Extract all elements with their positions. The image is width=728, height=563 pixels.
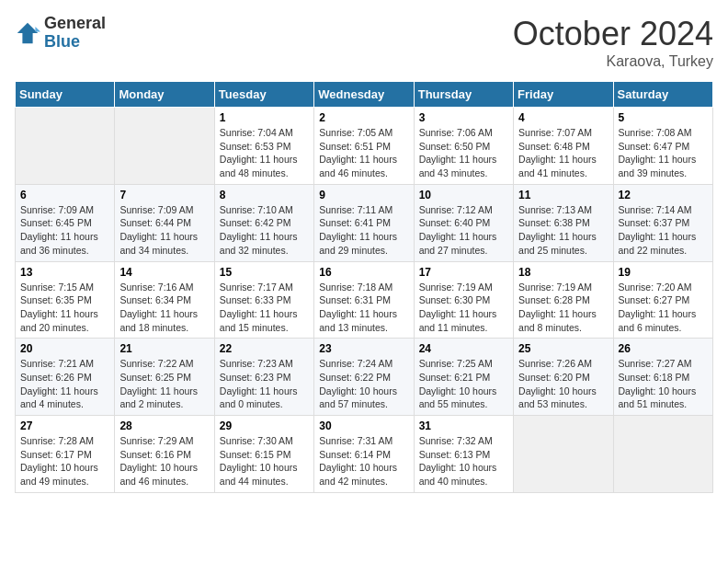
day-info: Sunrise: 7:12 AM Sunset: 6:40 PM Dayligh… bbox=[419, 203, 508, 258]
calendar-cell: 12Sunrise: 7:14 AM Sunset: 6:37 PM Dayli… bbox=[613, 184, 712, 261]
calendar-cell: 18Sunrise: 7:19 AM Sunset: 6:28 PM Dayli… bbox=[514, 261, 613, 339]
day-info: Sunrise: 7:09 AM Sunset: 6:45 PM Dayligh… bbox=[20, 203, 109, 258]
day-number: 30 bbox=[319, 419, 408, 432]
day-number: 18 bbox=[518, 266, 608, 279]
calendar-cell bbox=[514, 416, 613, 493]
day-number: 28 bbox=[119, 419, 209, 432]
calendar-cell: 6Sunrise: 7:09 AM Sunset: 6:45 PM Daylig… bbox=[16, 184, 115, 261]
day-number: 15 bbox=[220, 266, 309, 279]
day-number: 14 bbox=[119, 266, 209, 279]
calendar-header: SundayMondayTuesdayWednesdayThursdayFrid… bbox=[16, 82, 713, 108]
calendar-cell: 8Sunrise: 7:10 AM Sunset: 6:42 PM Daylig… bbox=[214, 184, 313, 261]
day-number: 10 bbox=[419, 189, 508, 201]
day-number: 2 bbox=[319, 111, 408, 124]
day-info: Sunrise: 7:19 AM Sunset: 6:28 PM Dayligh… bbox=[518, 281, 608, 335]
calendar-cell: 16Sunrise: 7:18 AM Sunset: 6:31 PM Dayli… bbox=[314, 261, 414, 339]
day-info: Sunrise: 7:19 AM Sunset: 6:30 PM Dayligh… bbox=[419, 281, 508, 335]
day-info: Sunrise: 7:15 AM Sunset: 6:35 PM Dayligh… bbox=[20, 281, 109, 335]
day-number: 13 bbox=[20, 266, 109, 279]
calendar-week-3: 13Sunrise: 7:15 AM Sunset: 6:35 PM Dayli… bbox=[16, 261, 713, 339]
day-info: Sunrise: 7:17 AM Sunset: 6:33 PM Dayligh… bbox=[220, 281, 309, 335]
calendar-cell: 14Sunrise: 7:16 AM Sunset: 6:34 PM Dayli… bbox=[115, 261, 214, 339]
calendar-cell bbox=[613, 416, 712, 493]
calendar-week-5: 27Sunrise: 7:28 AM Sunset: 6:17 PM Dayli… bbox=[16, 416, 713, 493]
calendar-cell: 5Sunrise: 7:08 AM Sunset: 6:47 PM Daylig… bbox=[613, 108, 712, 185]
calendar-cell: 26Sunrise: 7:27 AM Sunset: 6:18 PM Dayli… bbox=[613, 339, 712, 416]
day-header-monday: Monday bbox=[115, 82, 214, 108]
day-number: 5 bbox=[619, 111, 708, 124]
calendar-cell: 19Sunrise: 7:20 AM Sunset: 6:27 PM Dayli… bbox=[613, 261, 712, 339]
calendar-cell: 27Sunrise: 7:28 AM Sunset: 6:17 PM Dayli… bbox=[16, 416, 115, 493]
calendar-week-1: 1Sunrise: 7:04 AM Sunset: 6:53 PM Daylig… bbox=[16, 108, 713, 185]
day-number: 31 bbox=[419, 419, 508, 432]
logo-icon bbox=[15, 20, 40, 46]
day-number: 21 bbox=[119, 342, 209, 355]
day-info: Sunrise: 7:28 AM Sunset: 6:17 PM Dayligh… bbox=[20, 434, 109, 488]
day-header-thursday: Thursday bbox=[414, 82, 513, 108]
calendar-cell: 29Sunrise: 7:30 AM Sunset: 6:15 PM Dayli… bbox=[214, 416, 313, 493]
calendar-cell: 25Sunrise: 7:26 AM Sunset: 6:20 PM Dayli… bbox=[514, 339, 613, 416]
day-number: 6 bbox=[20, 189, 109, 201]
day-number: 25 bbox=[518, 342, 608, 355]
day-number: 23 bbox=[319, 342, 408, 355]
day-info: Sunrise: 7:24 AM Sunset: 6:22 PM Dayligh… bbox=[319, 357, 408, 411]
logo-general-text: General bbox=[44, 15, 106, 33]
day-number: 17 bbox=[419, 266, 508, 279]
calendar-cell: 11Sunrise: 7:13 AM Sunset: 6:38 PM Dayli… bbox=[514, 184, 613, 261]
calendar-body: 1Sunrise: 7:04 AM Sunset: 6:53 PM Daylig… bbox=[16, 108, 713, 493]
calendar-cell: 10Sunrise: 7:12 AM Sunset: 6:40 PM Dayli… bbox=[414, 184, 513, 261]
day-header-saturday: Saturday bbox=[613, 82, 712, 108]
day-number: 1 bbox=[220, 111, 309, 124]
day-info: Sunrise: 7:07 AM Sunset: 6:48 PM Dayligh… bbox=[518, 126, 608, 180]
day-number: 12 bbox=[619, 189, 708, 201]
calendar-cell: 30Sunrise: 7:31 AM Sunset: 6:14 PM Dayli… bbox=[314, 416, 414, 493]
calendar-week-4: 20Sunrise: 7:21 AM Sunset: 6:26 PM Dayli… bbox=[16, 339, 713, 416]
calendar-cell: 9Sunrise: 7:11 AM Sunset: 6:41 PM Daylig… bbox=[314, 184, 414, 261]
calendar-table: SundayMondayTuesdayWednesdayThursdayFrid… bbox=[15, 81, 713, 493]
day-info: Sunrise: 7:16 AM Sunset: 6:34 PM Dayligh… bbox=[119, 281, 209, 335]
page-header: General Blue October 2024 Karaova, Turke… bbox=[15, 15, 713, 70]
day-info: Sunrise: 7:29 AM Sunset: 6:16 PM Dayligh… bbox=[119, 434, 209, 488]
logo: General Blue bbox=[15, 15, 106, 52]
day-info: Sunrise: 7:05 AM Sunset: 6:51 PM Dayligh… bbox=[319, 126, 408, 180]
day-number: 22 bbox=[220, 342, 309, 355]
logo-blue-text: Blue bbox=[44, 33, 106, 52]
day-info: Sunrise: 7:13 AM Sunset: 6:38 PM Dayligh… bbox=[518, 203, 608, 258]
day-info: Sunrise: 7:06 AM Sunset: 6:50 PM Dayligh… bbox=[419, 126, 508, 180]
calendar-cell: 4Sunrise: 7:07 AM Sunset: 6:48 PM Daylig… bbox=[514, 108, 613, 185]
calendar-cell: 15Sunrise: 7:17 AM Sunset: 6:33 PM Dayli… bbox=[214, 261, 313, 339]
calendar-cell: 7Sunrise: 7:09 AM Sunset: 6:44 PM Daylig… bbox=[115, 184, 214, 261]
day-header-wednesday: Wednesday bbox=[314, 82, 414, 108]
day-number: 8 bbox=[220, 189, 309, 201]
day-number: 19 bbox=[619, 266, 708, 279]
day-header-sunday: Sunday bbox=[16, 82, 115, 108]
header-row: SundayMondayTuesdayWednesdayThursdayFrid… bbox=[16, 82, 713, 108]
day-number: 11 bbox=[518, 189, 608, 201]
day-info: Sunrise: 7:26 AM Sunset: 6:20 PM Dayligh… bbox=[518, 357, 608, 411]
day-info: Sunrise: 7:32 AM Sunset: 6:13 PM Dayligh… bbox=[419, 434, 508, 488]
calendar-cell: 21Sunrise: 7:22 AM Sunset: 6:25 PM Dayli… bbox=[115, 339, 214, 416]
day-number: 16 bbox=[319, 266, 408, 279]
day-number: 29 bbox=[220, 419, 309, 432]
day-info: Sunrise: 7:20 AM Sunset: 6:27 PM Dayligh… bbox=[619, 281, 708, 335]
calendar-cell: 28Sunrise: 7:29 AM Sunset: 6:16 PM Dayli… bbox=[115, 416, 214, 493]
calendar-cell: 24Sunrise: 7:25 AM Sunset: 6:21 PM Dayli… bbox=[414, 339, 513, 416]
day-header-friday: Friday bbox=[514, 82, 613, 108]
day-header-tuesday: Tuesday bbox=[214, 82, 313, 108]
day-number: 3 bbox=[419, 111, 508, 124]
calendar-cell bbox=[115, 108, 214, 185]
calendar-cell: 1Sunrise: 7:04 AM Sunset: 6:53 PM Daylig… bbox=[214, 108, 313, 185]
calendar-cell: 3Sunrise: 7:06 AM Sunset: 6:50 PM Daylig… bbox=[414, 108, 513, 185]
location: Karaova, Turkey bbox=[513, 53, 713, 70]
day-info: Sunrise: 7:08 AM Sunset: 6:47 PM Dayligh… bbox=[619, 126, 708, 180]
day-number: 24 bbox=[419, 342, 508, 355]
calendar-cell: 13Sunrise: 7:15 AM Sunset: 6:35 PM Dayli… bbox=[16, 261, 115, 339]
day-info: Sunrise: 7:23 AM Sunset: 6:23 PM Dayligh… bbox=[220, 357, 309, 411]
day-number: 4 bbox=[518, 111, 608, 124]
day-info: Sunrise: 7:10 AM Sunset: 6:42 PM Dayligh… bbox=[220, 203, 309, 258]
calendar-cell: 20Sunrise: 7:21 AM Sunset: 6:26 PM Dayli… bbox=[16, 339, 115, 416]
day-info: Sunrise: 7:09 AM Sunset: 6:44 PM Dayligh… bbox=[119, 203, 209, 258]
calendar-cell bbox=[16, 108, 115, 185]
svg-marker-0 bbox=[17, 23, 38, 43]
calendar-cell: 17Sunrise: 7:19 AM Sunset: 6:30 PM Dayli… bbox=[414, 261, 513, 339]
